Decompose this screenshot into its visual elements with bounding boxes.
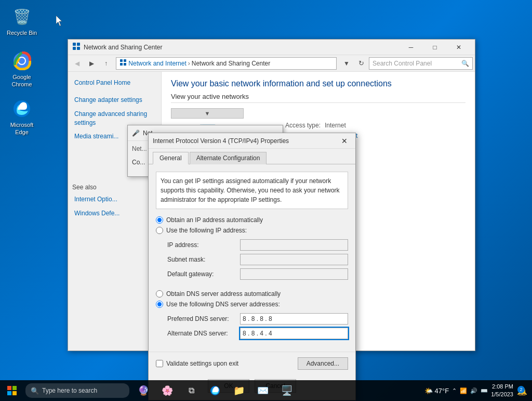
- dns-radio-group: Obtain DNS server address automatically …: [156, 290, 348, 308]
- obtain-ip-radio[interactable]: [156, 216, 163, 224]
- sidebar-change-adapter[interactable]: Change adapter settings: [72, 95, 157, 106]
- microphone-icon: 🎤: [132, 130, 140, 137]
- taskbar-app2[interactable]: 🌸: [155, 380, 179, 401]
- up-button[interactable]: ↑: [99, 57, 113, 70]
- taskbar-explorer[interactable]: 📁: [227, 380, 251, 401]
- forward-button[interactable]: ▶: [85, 57, 98, 70]
- use-ip-row: Use the following IP address:: [156, 227, 348, 234]
- start-button[interactable]: [0, 380, 23, 401]
- preferred-dns-input[interactable]: [240, 313, 348, 325]
- recycle-bin-icon[interactable]: 🗑️ Recycle Bin: [1, 4, 43, 38]
- google-chrome-icon[interactable]: Google Chrome: [1, 48, 43, 90]
- ns-title-text: Network and Sharing Center: [84, 44, 399, 51]
- breadcrumb[interactable]: Network and Internet › Network and Shari…: [116, 57, 337, 70]
- dns-fields: Preferred DNS server: Alternate DNS serv…: [167, 313, 348, 339]
- gateway-input[interactable]: [240, 268, 348, 280]
- use-ip-label: Use the following IP address:: [166, 227, 247, 234]
- taskbar-search-placeholder: Type here to search: [42, 387, 97, 394]
- taskbar-edge-app[interactable]: [203, 380, 227, 401]
- minimize-button[interactable]: ─: [399, 40, 423, 55]
- keyboard-icon[interactable]: ⌨️: [481, 387, 488, 394]
- svg-rect-11: [124, 63, 126, 66]
- sidebar-windows-defender[interactable]: Windows Defe...: [72, 208, 157, 219]
- use-dns-label: Use the following DNS server addresses:: [166, 301, 280, 308]
- ns-title-icon: [72, 42, 81, 52]
- ip-fields: IP address: Subnet mask: Default gateway…: [167, 239, 348, 280]
- subnet-mask-row: Subnet mask:: [167, 254, 348, 265]
- taskbar-task-view[interactable]: ⧉: [179, 380, 203, 401]
- svg-rect-10: [120, 63, 123, 66]
- svg-rect-5: [77, 43, 80, 46]
- subnet-mask-input[interactable]: [240, 254, 348, 265]
- sidebar-home-link[interactable]: Control Panel Home: [72, 78, 157, 87]
- notification-center[interactable]: 🔔 2: [516, 383, 528, 398]
- validate-checkbox[interactable]: [156, 360, 163, 367]
- alternate-dns-input[interactable]: [240, 328, 348, 339]
- taskbar-search-box[interactable]: 🔍 Type here to search: [25, 383, 129, 398]
- obtain-dns-row: Obtain DNS server address automatically: [156, 290, 348, 297]
- ns-titlebar[interactable]: Network and Sharing Center ─ □ ✕: [68, 40, 475, 55]
- taskbar-right: 🌤️ 47°F ⌃ 📶 🔊 ⌨️ 2:08 PM 1/5/2023 🔔 2: [420, 383, 532, 399]
- close-button[interactable]: ✕: [447, 40, 471, 55]
- ns-toolbar: ◀ ▶ ↑ Network and Internet › Network and…: [68, 55, 475, 72]
- ip-address-input[interactable]: [240, 239, 348, 251]
- obtain-ip-row: Obtain an IP address automatically: [156, 216, 348, 224]
- svg-rect-14: [7, 391, 11, 395]
- taskbar-clock[interactable]: 2:08 PM 1/5/2023: [491, 383, 513, 399]
- recycle-bin-label: Recycle Bin: [7, 29, 37, 36]
- search-box[interactable]: Search Control Panel 🔍: [369, 57, 473, 70]
- alternate-dns-label: Alternate DNS server:: [167, 330, 240, 337]
- chrome-label: Google Chrome: [3, 73, 41, 88]
- svg-rect-9: [124, 59, 126, 62]
- sidebar-internet-options[interactable]: Internet Optio...: [72, 194, 157, 205]
- taskbar-mail[interactable]: ✉️: [251, 380, 275, 401]
- obtain-dns-label: Obtain DNS server address automatically: [166, 290, 281, 297]
- dialog-body: You can get IP settings assigned automat…: [149, 164, 355, 352]
- back-button[interactable]: ◀: [70, 57, 84, 70]
- dialog-titlebar[interactable]: Internet Protocol Version 4 (TCP/IPv4) P…: [149, 133, 355, 149]
- maximize-button[interactable]: □: [423, 40, 447, 55]
- svg-rect-6: [73, 47, 76, 50]
- up-arrow-icon[interactable]: ⌃: [452, 387, 457, 394]
- volume-icon[interactable]: 🔊: [470, 387, 477, 394]
- taskbar-apps: 🔮 🌸 ⧉ 📁 ✉️ 🖥️: [131, 380, 420, 401]
- advanced-button[interactable]: Advanced...: [298, 357, 348, 370]
- chrome-image: [11, 50, 32, 71]
- alternate-dns-row: Alternate DNS server:: [167, 328, 348, 339]
- taskbar-cortana[interactable]: 🔮: [131, 380, 155, 401]
- search-placeholder: Search Control Panel: [373, 60, 432, 67]
- refresh-button[interactable]: ↻: [354, 57, 368, 70]
- desktop: 🗑️ Recycle Bin Google Chrome Micros: [0, 0, 532, 401]
- breadcrumb-current: Network and Sharing Center: [192, 60, 270, 67]
- access-type-label: Access type:: [285, 122, 321, 129]
- taskbar-rdp[interactable]: 🖥️: [275, 380, 299, 401]
- breadcrumb-icon: [119, 59, 127, 68]
- see-also-label: See also: [72, 184, 157, 191]
- clock-date: 1/5/2023: [491, 391, 513, 398]
- microsoft-edge-icon[interactable]: Microsoft Edge: [1, 96, 43, 138]
- preferred-dns-row: Preferred DNS server:: [167, 313, 348, 325]
- weather-icon: 🌤️: [424, 387, 433, 395]
- dialog-title: Internet Protocol Version 4 (TCP/IPv4) P…: [153, 137, 338, 145]
- breadcrumb-network-internet[interactable]: Network and Internet: [128, 60, 186, 67]
- subnet-mask-label: Subnet mask:: [167, 256, 240, 263]
- dropdown-button[interactable]: ▼: [340, 57, 353, 70]
- use-ip-radio[interactable]: [156, 227, 163, 234]
- obtain-dns-radio[interactable]: [156, 290, 163, 297]
- use-dns-radio[interactable]: [156, 301, 163, 308]
- tab-alternate-config[interactable]: Alternate Configuration: [190, 152, 267, 164]
- network-dropdown[interactable]: ▼: [205, 110, 210, 117]
- gateway-row: Default gateway:: [167, 268, 348, 280]
- info-text: You can get IP settings assigned automat…: [156, 172, 348, 209]
- dialog-footer: Validate settings upon exit Advanced...: [149, 352, 355, 375]
- obtain-ip-label: Obtain an IP address automatically: [166, 216, 263, 224]
- dialog-close-button[interactable]: ✕: [338, 134, 351, 148]
- network-icon[interactable]: 📶: [460, 387, 467, 394]
- svg-rect-4: [73, 43, 76, 46]
- search-icon: 🔍: [461, 60, 469, 67]
- temperature-display: 47°F: [435, 387, 449, 395]
- edge-image: [11, 98, 32, 119]
- ns-sidebar: Control Panel Home Change adapter settin…: [68, 72, 162, 351]
- tab-general[interactable]: General: [153, 152, 189, 164]
- ip-address-label: IP address:: [167, 241, 240, 249]
